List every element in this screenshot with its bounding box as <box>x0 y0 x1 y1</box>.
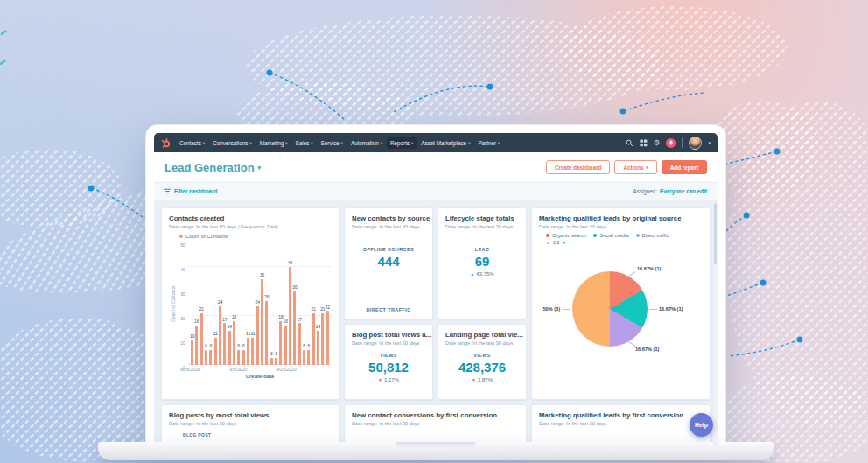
create-dashboard-button[interactable]: Create dashboard <box>546 160 611 174</box>
bar <box>298 323 301 365</box>
report-title[interactable]: Contacts created <box>169 214 332 222</box>
report-meta: Date range: In the last 30 days <box>539 421 703 426</box>
column-b: New contacts by source Date range: In th… <box>344 207 433 400</box>
dashboard-app: Contacts▾Conversations▾Marketing▾Sales▾S… <box>154 133 718 446</box>
bar <box>284 326 287 365</box>
legend-item-social-media[interactable]: Social media <box>593 233 628 238</box>
bar-value-label: 24 <box>218 301 222 305</box>
report-title[interactable]: New contacts by source <box>352 214 425 222</box>
bar-value-label: 40 <box>288 262 292 266</box>
bar <box>303 350 305 365</box>
bar-value-label: 6 <box>242 345 245 349</box>
actions-caret-down-icon: ▾ <box>647 165 648 170</box>
panel-blog-post-total-views: Blog post total views a... Date range: I… <box>344 324 433 400</box>
report-title[interactable]: New contact conversions by first convers… <box>352 411 519 419</box>
x-axis: 8/26/20209/5/20209/15/2020 <box>188 365 332 372</box>
bar-value-label: 6 <box>238 345 241 349</box>
header-buttons: Create dashboard Actions▾ Add report <box>546 160 707 174</box>
bar <box>307 350 310 365</box>
assigned-value-link[interactable]: Everyone can edit <box>660 188 707 194</box>
assigned-area: Assigned: Everyone can edit <box>633 188 707 194</box>
pie-leader-line <box>649 309 657 310</box>
avatar[interactable] <box>689 137 702 150</box>
nav-item-service[interactable]: Service▾ <box>318 137 346 149</box>
help-button[interactable]: Help <box>690 413 713 437</box>
metric-delta: ▼ 1.17% <box>378 377 399 382</box>
bar-value-label: 22 <box>326 306 330 311</box>
filter-dashboard-link[interactable]: Filter dashboard <box>164 188 217 194</box>
nav-item-partner[interactable]: Partner▾ <box>474 137 503 149</box>
nav-item-contacts[interactable]: Contacts▾ <box>176 137 208 149</box>
panel-mql-by-original-source: Marketing qualified leads by original so… <box>531 207 710 400</box>
dashboard-title-dropdown[interactable]: Lead Generation ▾ <box>164 161 261 174</box>
bar <box>214 338 217 365</box>
nav-item-marketing[interactable]: Marketing▾ <box>256 137 291 149</box>
bar-value-label: 3 <box>270 353 273 357</box>
report-title[interactable]: Landing page total vie... <box>445 331 519 339</box>
scrollbar[interactable] <box>713 201 718 446</box>
chevron-down-icon: ▾ <box>285 141 287 145</box>
panel-new-contact-conversions: New contact conversions by first convers… <box>344 404 527 446</box>
x-tick-label: 9/5/2020 <box>229 367 247 372</box>
notifications-icon[interactable] <box>666 138 676 148</box>
hubspot-logo-icon[interactable] <box>161 138 171 148</box>
bar-value-label: 21 <box>200 308 204 312</box>
bar <box>233 321 235 365</box>
y-tick-label: 50 <box>180 242 186 248</box>
bar <box>289 267 291 365</box>
bar-value-label: 6 <box>210 345 213 349</box>
bar-value-label: 18 <box>232 316 236 320</box>
x-axis-title: Create date <box>188 374 332 379</box>
legend-item-direct-traffic[interactable]: Direct traffic <box>636 233 669 238</box>
bar-value-label: 26 <box>264 296 269 300</box>
nav-item-conversations[interactable]: Conversations▾ <box>209 137 256 149</box>
laptop-mockup: Contacts▾Conversations▾Marketing▾Sales▾S… <box>145 124 726 446</box>
legend-dot <box>593 234 597 237</box>
pie-leader-line <box>563 309 570 310</box>
report-title[interactable]: Lifecycle stage totals <box>445 214 519 222</box>
report-title[interactable]: Blog posts by most total views <box>169 411 332 419</box>
bar <box>317 331 319 365</box>
bar-value-label: 35 <box>260 274 264 278</box>
marketplace-grid-icon[interactable] <box>640 139 648 147</box>
nav-item-sales[interactable]: Sales▾ <box>292 137 317 149</box>
chevron-down-icon: ▾ <box>381 141 382 145</box>
panel-blog-posts-by-views: Blog posts by most total views Date rang… <box>161 404 340 446</box>
metric-label: DIRECT TRAFFIC <box>366 307 410 312</box>
report-title[interactable]: Marketing qualified leads by first conve… <box>539 411 703 419</box>
nav-item-automation[interactable]: Automation▾ <box>347 137 386 149</box>
bar <box>326 311 329 365</box>
page-title: Lead Generation <box>164 161 255 174</box>
nav-items: Contacts▾Conversations▾Marketing▾Sales▾S… <box>176 137 503 149</box>
scrollbar-thumb[interactable] <box>714 203 717 264</box>
report-meta: Date range: In the last 30 days <box>352 340 425 346</box>
report-title[interactable]: Blog post total views a... <box>352 331 425 339</box>
panel-mql-by-first-conversion: Marketing qualified leads by first conve… <box>531 404 710 446</box>
user-caret-down-icon[interactable]: ▾ <box>708 140 710 145</box>
report-title[interactable]: Marketing qualified leads by original so… <box>539 214 703 222</box>
nav-item-reports[interactable]: Reports▾ <box>387 137 416 149</box>
bar <box>312 313 315 365</box>
legend-item-organic-search[interactable]: Organic search <box>546 233 586 238</box>
search-icon[interactable] <box>626 139 634 147</box>
bar <box>275 358 277 365</box>
y-axis: 01020304050 <box>177 242 188 365</box>
metric-value: 50,812 <box>368 360 409 375</box>
actions-button[interactable]: Actions▾ <box>614 160 656 174</box>
y-tick-label: 40 <box>180 267 186 272</box>
bar-column: 22 <box>326 306 330 365</box>
chevron-down-icon: ▾ <box>203 141 205 145</box>
y-tick-label: 20 <box>180 316 186 321</box>
metric-label: VIEWS <box>473 353 491 358</box>
legend-dot <box>179 235 183 238</box>
assigned-label: Assigned: <box>633 188 657 194</box>
settings-gear-icon[interactable]: ⚙ <box>654 139 661 147</box>
panel-landing-page-total-views: Landing page total vie... Date range: In… <box>438 324 527 400</box>
add-report-button[interactable]: Add report <box>662 160 707 174</box>
bar <box>205 350 207 365</box>
chevron-down-icon: ▾ <box>249 141 251 145</box>
nav-item-asset-marketplace[interactable]: Asset Marketplace▾ <box>417 137 473 149</box>
bar <box>270 358 273 365</box>
metric-delta: ▼ 2.87% <box>472 377 493 382</box>
bar <box>265 301 268 365</box>
